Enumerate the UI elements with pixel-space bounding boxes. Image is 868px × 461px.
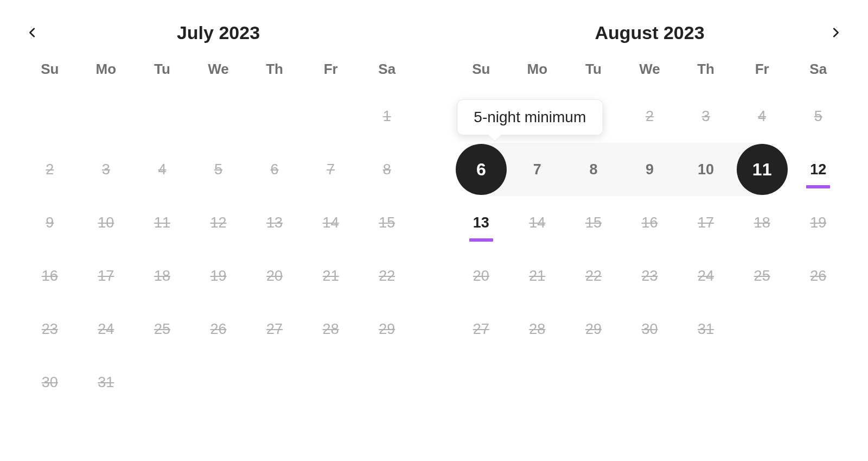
month-title: August 2023 [595, 22, 704, 43]
day-number: 30 [42, 374, 58, 391]
weekday-label: Fr [734, 61, 790, 78]
day-number: 8 [383, 161, 391, 178]
day-cell: 18 [734, 196, 790, 249]
day-cell[interactable]: 10 [678, 143, 734, 196]
weekday-label: We [190, 61, 247, 78]
day-number: 7 [533, 161, 541, 178]
availability-underline [806, 185, 830, 188]
prev-month-button[interactable] [22, 22, 43, 43]
day-cell: 10 [78, 196, 135, 249]
day-number: 24 [698, 268, 714, 285]
day-number: 25 [754, 268, 770, 285]
day-number: 14 [529, 214, 545, 231]
day-cell: 21 [509, 249, 566, 302]
day-cell: 27 [453, 302, 509, 356]
day-number: 11 [154, 214, 170, 231]
day-cell: 30 [22, 356, 78, 409]
day-number: 5 [814, 108, 822, 125]
day-cell: 31 [78, 356, 135, 409]
day-cell: 17 [678, 196, 734, 249]
day-cell: 3 [678, 90, 734, 143]
day-number: 19 [810, 214, 826, 231]
day-number: 30 [641, 321, 658, 338]
weekday-label: Su [22, 61, 78, 78]
day-cell: 27 [246, 302, 303, 356]
weekday-label: Mo [509, 61, 566, 78]
day-number: 28 [323, 321, 339, 338]
day-cell: 4 [134, 143, 190, 196]
day-cell: 24 [678, 249, 734, 302]
day-number: 29 [585, 321, 602, 338]
day-grid: 1234567891011121314151617181920212223242… [22, 90, 415, 409]
day-cell[interactable]: 9 [622, 143, 678, 196]
empty-cell [22, 90, 78, 143]
day-cell: 8 [359, 143, 415, 196]
day-number: 13 [473, 214, 489, 231]
day-cell: 9 [22, 196, 78, 249]
day-cell: 24 [78, 302, 135, 356]
day-cell: 22 [359, 249, 415, 302]
day-cell: 11 [134, 196, 190, 249]
day-number: 23 [641, 268, 658, 285]
weekday-row: SuMoTuWeThFrSa [453, 61, 846, 78]
day-number: 20 [473, 268, 489, 285]
day-cell[interactable]: 6 [453, 143, 509, 196]
day-cell[interactable]: 13 [453, 196, 509, 249]
day-cell: 28 [509, 302, 566, 356]
day-cell: 2 [22, 143, 78, 196]
day-number: 15 [379, 214, 395, 231]
day-cell[interactable]: 11 [734, 143, 790, 196]
day-number: 4 [158, 161, 166, 178]
day-number: 16 [42, 268, 58, 285]
day-number: 4 [758, 108, 766, 125]
day-cell: 20 [453, 249, 509, 302]
day-number: 17 [98, 268, 114, 285]
weekday-label: Th [246, 61, 303, 78]
day-cell: 19 [190, 249, 247, 302]
weekday-label: Sa [790, 61, 846, 78]
day-cell: 12 [190, 196, 247, 249]
day-number: 9 [646, 161, 654, 178]
weekday-label: Su [453, 61, 509, 78]
empty-cell [303, 90, 359, 143]
day-cell: 5 [790, 90, 846, 143]
day-number: 26 [210, 321, 226, 338]
day-number: 8 [589, 161, 597, 178]
day-number: 18 [754, 214, 770, 231]
day-number: 17 [698, 214, 714, 231]
day-cell[interactable]: 7 [509, 143, 566, 196]
day-cell: 29 [565, 302, 622, 356]
day-cell[interactable]: 8 [565, 143, 622, 196]
day-number: 27 [473, 321, 489, 338]
day-cell: 16 [22, 249, 78, 302]
day-cell: 2 [622, 90, 678, 143]
day-number: 7 [327, 161, 335, 178]
day-number: 14 [323, 214, 339, 231]
day-number: 21 [529, 268, 545, 285]
day-number: 24 [98, 321, 114, 338]
day-number: 26 [810, 268, 826, 285]
day-cell: 19 [790, 196, 846, 249]
day-number: 1 [383, 108, 391, 125]
day-number: 27 [266, 321, 283, 338]
day-number: 12 [810, 161, 826, 178]
weekday-label: Tu [134, 61, 190, 78]
day-cell: 15 [359, 196, 415, 249]
weekday-label: Th [678, 61, 734, 78]
next-month-button[interactable] [825, 22, 846, 43]
day-cell: 6 [246, 143, 303, 196]
day-number: 15 [585, 214, 602, 231]
day-number: 3 [102, 161, 110, 178]
day-number: 5 [214, 161, 222, 178]
weekday-label: We [622, 61, 678, 78]
day-number: 20 [266, 268, 283, 285]
day-cell: 18 [134, 249, 190, 302]
day-cell[interactable]: 12 [790, 143, 846, 196]
day-number: 16 [641, 214, 658, 231]
day-number: 28 [529, 321, 545, 338]
day-number: 9 [46, 214, 54, 231]
day-number: 12 [210, 214, 226, 231]
weekday-row: SuMoTuWeThFrSa [22, 61, 415, 78]
month-title: July 2023 [177, 22, 260, 43]
empty-cell [134, 90, 190, 143]
